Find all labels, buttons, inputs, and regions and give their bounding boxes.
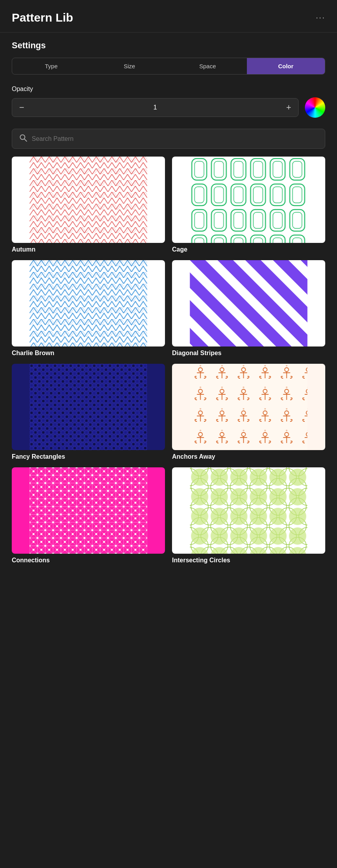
settings-title: Settings [12, 40, 325, 51]
search-icon [19, 134, 27, 144]
svg-rect-18 [190, 157, 308, 243]
pattern-thumb-charlie [12, 260, 165, 346]
pattern-thumb-anchors [172, 364, 325, 450]
svg-rect-20 [30, 260, 147, 346]
pattern-name-diagonal: Diagonal Stripes [172, 350, 325, 357]
pattern-thumb-fancy [12, 364, 165, 450]
pattern-card-connections[interactable]: Connections [12, 467, 165, 564]
opacity-control: − 1 + [12, 98, 299, 117]
header: Pattern Lib ··· [0, 0, 337, 32]
pattern-card-cage[interactable]: Cage [172, 157, 325, 253]
svg-rect-67 [30, 467, 147, 554]
svg-rect-30 [30, 364, 147, 450]
pattern-thumb-autumn [12, 157, 165, 243]
opacity-minus-button[interactable]: − [19, 102, 24, 113]
opacity-plus-button[interactable]: + [286, 102, 291, 113]
opacity-label: Opacity [12, 86, 325, 93]
pattern-thumb-connections [12, 467, 165, 554]
more-options-button[interactable]: ··· [316, 13, 325, 23]
tab-type[interactable]: Type [12, 58, 91, 74]
pattern-card-intersecting[interactable]: Intersecting Circles [172, 467, 325, 564]
svg-rect-73 [190, 467, 308, 554]
pattern-thumb-diagonal [172, 260, 325, 346]
svg-rect-38 [190, 364, 308, 450]
opacity-row: − 1 + [12, 97, 325, 118]
patterns-grid: Autumn Cage [0, 157, 337, 576]
svg-line-1 [24, 139, 27, 141]
pattern-name-connections: Connections [12, 557, 165, 564]
tab-size[interactable]: Size [91, 58, 169, 74]
search-bar [12, 129, 325, 149]
opacity-value: 1 [24, 104, 286, 111]
header-divider [0, 32, 337, 33]
search-input[interactable] [32, 135, 318, 142]
pattern-name-cage: Cage [172, 246, 325, 253]
pattern-name-fancy: Fancy Rectangles [12, 453, 165, 460]
svg-rect-14 [30, 157, 147, 243]
pattern-name-autumn: Autumn [12, 246, 165, 253]
pattern-card-anchors[interactable]: Anchors Away [172, 364, 325, 460]
pattern-card-charlie[interactable]: Charlie Brown [12, 260, 165, 357]
pattern-thumb-intersecting [172, 467, 325, 554]
tab-space[interactable]: Space [168, 58, 247, 74]
settings-tab-bar: Type Size Space Color [12, 58, 325, 75]
svg-rect-24 [190, 260, 308, 346]
pattern-name-anchors: Anchors Away [172, 453, 325, 460]
pattern-name-intersecting: Intersecting Circles [172, 557, 325, 564]
pattern-name-charlie: Charlie Brown [12, 350, 165, 357]
app-title: Pattern Lib [12, 11, 73, 24]
pattern-thumb-cage [172, 157, 325, 243]
pattern-card-autumn[interactable]: Autumn [12, 157, 165, 253]
settings-section: Settings Type Size Space Color Opacity −… [0, 40, 337, 118]
pattern-card-fancy[interactable]: Fancy Rectangles [12, 364, 165, 460]
color-wheel-button[interactable] [305, 97, 325, 118]
pattern-card-diagonal[interactable]: Diagonal Stripes [172, 260, 325, 357]
tab-color[interactable]: Color [247, 58, 325, 74]
